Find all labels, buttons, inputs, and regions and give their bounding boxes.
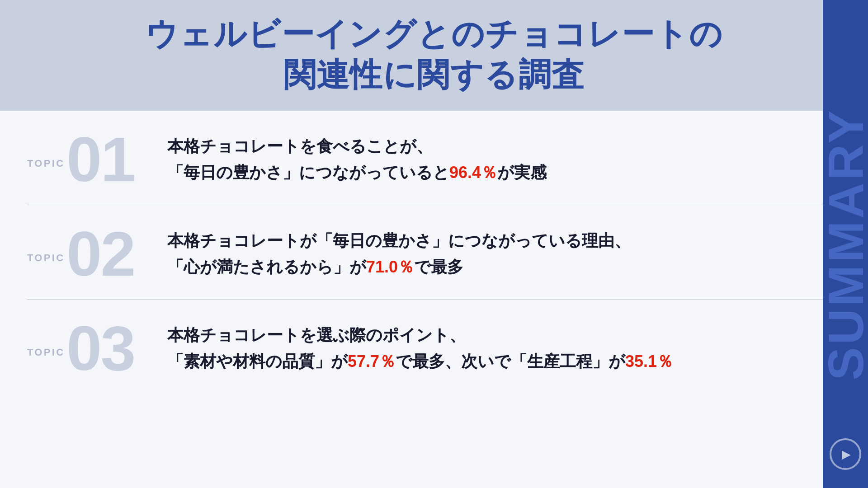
topic-content-01: 本格チョコレートを食べることが、 「毎日の豊かさ」につながっていると96.4％が… [167,133,841,185]
topic-row-01: TOPIC 01 本格チョコレートを食べることが、 「毎日の豊かさ」につながって… [27,111,841,205]
topic-02-highlight: 71.0％ [366,258,414,276]
topic-label-02: TOPIC 02 [27,222,167,286]
topic-row-02: TOPIC 02 本格チョコレートが「毎日の豊かさ」につながっている理由、 「心… [27,205,841,300]
header: ウェルビーイングとのチョコレートの 関連性に関する調査 [0,0,868,111]
topic-label-03: TOPIC 03 [27,317,167,380]
topic-03-highlight1: 57.7％ [348,352,396,371]
topic-03-line1: 本格チョコレートを選ぶ際のポイント、 [167,322,841,348]
topic-label-01: TOPIC 01 [27,128,167,191]
topic-02-line2: 「心が満たされるから」が71.0％で最多 [167,254,841,280]
topic-word-03: TOPIC [27,347,65,358]
topic-01-highlight: 96.4％ [449,163,497,182]
summary-banner: SUMMARY [823,0,868,488]
title-line1: ウェルビーイングとのチョコレートの [27,14,841,54]
main-content: TOPIC 01 本格チョコレートを食べることが、 「毎日の豊かさ」につながって… [0,111,868,394]
topic-content-02: 本格チョコレートが「毎日の豊かさ」につながっている理由、 「心が満たされるから」… [167,228,841,280]
summary-text: SUMMARY [823,108,868,380]
topic-number-02: 02 [66,222,134,286]
topic-word-01: TOPIC [27,158,65,169]
topic-row-03: TOPIC 03 本格チョコレートを選ぶ際のポイント、 「素材や材料の品質」が5… [27,300,841,394]
topic-02-line1: 本格チョコレートが「毎日の豊かさ」につながっている理由、 [167,228,841,254]
topic-01-line1: 本格チョコレートを食べることが、 [167,133,841,160]
title-line2: 関連性に関する調査 [27,54,841,95]
topic-number-03: 03 [66,317,134,380]
topic-number-01: 01 [66,128,134,191]
topic-03-highlight2: 35.1％ [625,352,673,371]
summary-circle-icon [830,438,861,470]
topic-word-02: TOPIC [27,252,65,264]
topic-03-line2: 「素材や材料の品質」が57.7％で最多、次いで「生産工程」が35.1％ [167,348,841,375]
topic-content-03: 本格チョコレートを選ぶ際のポイント、 「素材や材料の品質」が57.7％で最多、次… [167,322,841,374]
topic-01-line2: 「毎日の豊かさ」につながっていると96.4％が実感 [167,160,841,186]
header-title: ウェルビーイングとのチョコレートの 関連性に関する調査 [27,14,841,95]
